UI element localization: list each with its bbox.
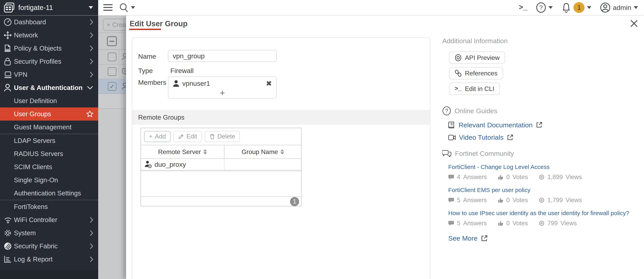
admin-caret-icon xyxy=(634,6,638,9)
sidebar-item-system[interactable]: System xyxy=(0,226,98,240)
help-caret-icon xyxy=(548,6,553,9)
sidebar-item-ldap-servers[interactable]: LDAP Servers xyxy=(0,134,98,147)
relevant-documentation-link[interactable]: Relevant Documentation xyxy=(458,121,532,129)
close-icon[interactable] xyxy=(629,19,639,28)
notifications-menu[interactable]: 1 xyxy=(562,2,591,13)
member-name: vpnuser1 xyxy=(182,80,210,87)
help-menu[interactable]: ? xyxy=(536,2,553,13)
sidebar-collapse-bar[interactable] xyxy=(0,270,98,279)
bar-chart-icon xyxy=(4,255,14,263)
svg-text:?: ? xyxy=(539,4,543,11)
sidebar-item-user-definition[interactable]: User Definition xyxy=(0,94,98,107)
device-caret-icon xyxy=(89,6,93,9)
plus-icon: + xyxy=(149,133,152,140)
answers-bubble-icon xyxy=(448,174,454,180)
trash-icon xyxy=(210,134,215,140)
lock-icon xyxy=(4,57,14,66)
user-group-icon xyxy=(121,82,126,91)
external-link-icon xyxy=(480,235,488,242)
person-icon xyxy=(4,83,14,92)
sidebar-item-authentication-settings[interactable]: Authentication Settings xyxy=(0,187,98,200)
global-search[interactable] xyxy=(119,3,135,12)
community-post-link[interactable]: FortiClient - Change Log Level Access xyxy=(448,164,639,170)
table-header-row: Remote Server Group Name xyxy=(141,145,301,159)
bell-icon xyxy=(562,2,571,13)
admin-username: admin xyxy=(613,4,631,12)
select-all-checkbox[interactable] xyxy=(107,36,117,46)
name-label: Name xyxy=(138,53,156,60)
menu-hamburger-icon[interactable] xyxy=(103,4,112,11)
page-number-badge[interactable]: 1 xyxy=(290,197,299,206)
see-more-link[interactable]: See More xyxy=(448,234,478,242)
dialog-title: Edit User Group xyxy=(130,20,188,28)
api-preview-button[interactable]: API Preview xyxy=(449,52,505,64)
search-caret-icon xyxy=(131,6,135,9)
members-field[interactable]: vpnuser1 ✖ + xyxy=(168,76,277,99)
user-group-icon xyxy=(121,53,126,61)
sidebar-item-dashboard[interactable]: Dashboard xyxy=(0,16,98,29)
edit-button[interactable]: Edit xyxy=(173,131,202,142)
edit-in-cli-button[interactable]: >_ Edit in CLI xyxy=(449,83,500,95)
views-icon xyxy=(539,220,544,226)
sidebar-item-user-groups[interactable]: User Groups xyxy=(0,107,98,121)
svg-text:R: R xyxy=(149,165,151,168)
background-toolbar: + Create xyxy=(98,16,126,33)
background-table-row-selected[interactable]: ✓ xyxy=(98,79,126,94)
help-circle-icon: ? xyxy=(442,106,451,116)
column-header-group-name[interactable]: Group Name xyxy=(224,145,301,158)
row-checkbox[interactable] xyxy=(108,53,116,61)
sidebar-item-log-report[interactable]: Log & Report xyxy=(0,253,98,266)
delete-button[interactable]: Delete xyxy=(205,131,240,142)
background-table-row[interactable] xyxy=(98,50,126,65)
chevron-right-icon xyxy=(90,256,94,263)
sidebar-item-single-sign-on[interactable]: Single Sign-On xyxy=(0,173,98,187)
sidebar-item-scim-clients[interactable]: SCIM Clients xyxy=(0,160,98,173)
community-post-link[interactable]: How to use IPsec user identity as the us… xyxy=(448,210,639,216)
fortinet-community-title: Fortinet Community xyxy=(442,149,639,158)
gauge-icon xyxy=(4,18,14,26)
row-checkbox[interactable] xyxy=(108,67,116,76)
views-icon xyxy=(539,197,544,203)
external-link-icon xyxy=(536,122,542,128)
pencil-icon xyxy=(178,134,184,140)
background-table-row[interactable] xyxy=(98,65,126,79)
video-tutorials-link[interactable]: Video Tutorials xyxy=(459,134,504,141)
answers-bubble-icon xyxy=(448,220,454,226)
admin-menu[interactable]: admin xyxy=(600,3,638,13)
sidebar-item-policy-objects[interactable]: Policy & Objects xyxy=(0,42,98,55)
sidebar-item-security-profiles[interactable]: Security Profiles xyxy=(0,55,98,68)
cli-console-icon[interactable]: >_ xyxy=(519,4,527,12)
background-empty-row xyxy=(98,94,126,109)
add-member-button[interactable]: + xyxy=(168,89,276,97)
member-chip[interactable]: vpnuser1 ✖ xyxy=(168,77,276,88)
sidebar-item-fortitokens[interactable]: FortiTokens xyxy=(0,200,98,213)
sidebar-item-guest-management[interactable]: Guest Management xyxy=(0,121,98,134)
top-navbar: fortigate-11 >_ ? xyxy=(0,0,644,16)
svg-text:?: ? xyxy=(445,108,448,114)
sidebar-item-radius-servers[interactable]: RADIUS Servers xyxy=(0,147,98,160)
column-header-remote-server[interactable]: Remote Server xyxy=(141,145,224,158)
references-button[interactable]: References xyxy=(449,67,503,79)
online-guides-title: ? Online Guides xyxy=(442,106,639,116)
sidebar-item-security-fabric[interactable]: Security Fabric xyxy=(0,240,98,253)
table-row[interactable]: R duo_proxy xyxy=(141,159,301,170)
sidebar-item-vpn[interactable]: VPN xyxy=(0,68,98,81)
sidebar-item-wifi-controller[interactable]: WiFi Controller xyxy=(0,213,98,226)
sidebar-item-user-authentication[interactable]: User & Authentication xyxy=(0,81,98,94)
notifications-caret-icon xyxy=(587,6,591,9)
row-checkbox-checked[interactable]: ✓ xyxy=(108,82,116,91)
add-button[interactable]: + Add xyxy=(144,131,170,142)
name-input[interactable] xyxy=(168,50,277,62)
remote-groups-table: + Add Edit Delete Rem xyxy=(140,128,302,206)
community-post-stats: 4 Answers 0 Votes 1,899 Views xyxy=(448,173,639,181)
create-button[interactable]: + Create xyxy=(103,19,126,31)
device-selector[interactable]: fortigate-11 xyxy=(0,0,98,15)
edit-form-card: Name Type Firewall Members vpnuser1 ✖ + … xyxy=(132,38,430,279)
chevron-right-icon xyxy=(90,32,94,39)
chevron-right-icon xyxy=(90,243,94,249)
sidebar-item-network[interactable]: Network xyxy=(0,29,98,42)
remove-member-icon[interactable]: ✖ xyxy=(266,79,272,88)
favorite-star-icon[interactable] xyxy=(86,110,94,118)
community-post-link[interactable]: FortiClient EMS per user policy xyxy=(448,187,639,193)
user-icon xyxy=(173,80,180,87)
